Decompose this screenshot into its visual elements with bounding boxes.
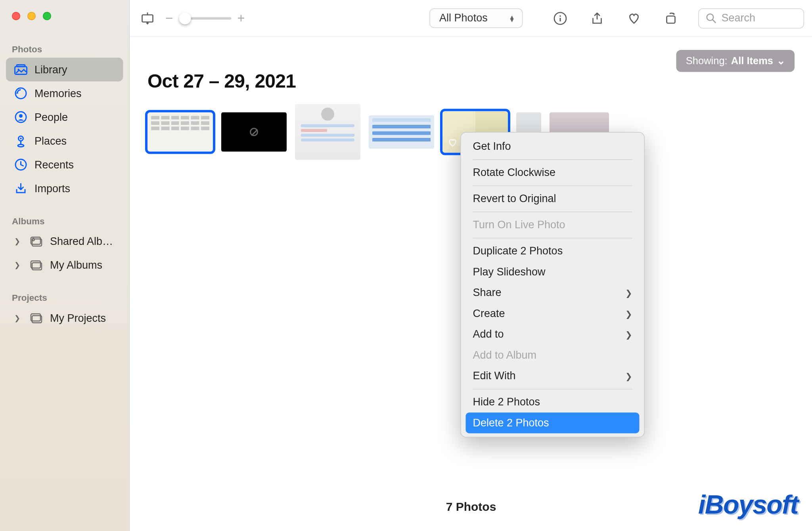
photo-thumbnail[interactable] [369,115,434,149]
toolbar: − + All Photos ▲▼ [130,0,812,37]
sidebar-item-imports[interactable]: Imports [6,177,123,201]
sidebar-item-recents[interactable]: Recents [6,153,123,177]
disclosure-icon[interactable]: ❯ [14,314,23,322]
search-icon [706,13,717,23]
chevron-updown-icon: ▲▼ [509,15,515,21]
sidebar-item-places[interactable]: Places [6,129,123,153]
sidebar-section-photos: Photos [0,20,129,58]
minimize-button[interactable] [27,12,36,20]
share-icon[interactable] [588,9,607,28]
slider-knob[interactable] [179,12,191,24]
ctx-separator [473,159,632,160]
sidebar-item-label: Imports [34,182,115,195]
svg-point-20 [559,15,561,17]
sidebar-item-label: My Projects [50,312,115,325]
ctx-revert-original[interactable]: Revert to Original [466,189,640,210]
ctx-separator [473,212,632,212]
svg-point-13 [32,239,34,241]
sidebar: Photos Library Memories People Places [0,0,130,531]
heart-icon[interactable] [624,9,643,28]
recents-icon [14,158,27,171]
sidebar-item-label: Shared Alb… [50,235,115,248]
chevron-right-icon: ❯ [625,288,632,298]
svg-point-8 [20,138,22,139]
chevron-down-icon: ⌄ [777,55,785,67]
places-icon [14,134,27,147]
chevron-right-icon: ❯ [625,309,632,318]
zoom-out-icon[interactable]: − [165,10,173,26]
watermark-text: Boysoft [705,490,798,519]
ctx-share[interactable]: Share❯ [466,283,640,304]
ctx-duplicate[interactable]: Duplicate 2 Photos [466,241,640,262]
svg-rect-18 [142,15,153,22]
svg-rect-1 [17,65,25,67]
info-icon[interactable] [551,9,570,28]
disclosure-icon[interactable]: ❯ [14,237,23,246]
sidebar-section-projects: Projects [0,277,129,306]
view-selector[interactable]: All Photos ▲▼ [429,8,523,28]
ctx-add-to[interactable]: Add to❯ [466,324,640,345]
svg-point-9 [18,145,24,147]
svg-rect-22 [667,16,675,23]
library-icon [14,63,27,76]
ctx-rotate-cw[interactable]: Rotate Clockwise [466,162,640,183]
chevron-right-icon: ❯ [625,371,632,381]
sidebar-item-label: Library [34,63,115,76]
photo-thumbnail[interactable] [295,104,360,160]
sidebar-item-label: Places [34,135,115,147]
fullscreen-button[interactable] [43,12,51,20]
sidebar-item-label: My Albums [50,259,115,271]
zoom-slider[interactable]: − + [165,10,245,26]
ctx-hide[interactable]: Hide 2 Photos [466,392,640,413]
sidebar-item-my-projects[interactable]: ❯ My Projects [6,306,123,330]
search-input[interactable]: Search [698,8,804,28]
sidebar-section-albums: Albums [0,201,129,230]
showing-prefix: Showing: [686,55,728,67]
aspect-icon[interactable] [138,9,157,28]
favorite-heart-icon [447,138,458,148]
context-menu: Get Info Rotate Clockwise Revert to Orig… [460,132,645,437]
ctx-separator [473,238,632,239]
watermark-logo: iBoysoft [698,490,798,520]
sidebar-item-label: Recents [34,159,115,171]
ctx-get-info[interactable]: Get Info [466,136,640,157]
svg-point-6 [19,114,23,118]
sidebar-item-label: Memories [34,87,115,100]
photo-thumbnail[interactable] [147,113,213,152]
sidebar-item-people[interactable]: People [6,105,123,129]
svg-rect-21 [560,17,561,21]
ctx-delete[interactable]: Delete 2 Photos [466,413,640,434]
ctx-separator [473,389,632,390]
showing-filter[interactable]: Showing: All Items ⌄ [676,50,795,72]
window-controls [0,0,129,20]
disclosure-icon[interactable]: ❯ [14,261,23,269]
sidebar-item-shared-albums[interactable]: ❯ Shared Alb… [6,229,123,253]
ctx-separator [473,185,632,186]
view-selector-label: All Photos [439,12,488,25]
memories-icon [14,87,27,100]
ctx-add-to-album: Add to Album [466,345,640,366]
ctx-create[interactable]: Create❯ [466,303,640,324]
ctx-play-slideshow[interactable]: Play Slideshow [466,262,640,283]
imports-icon [14,182,27,195]
slider-track[interactable] [179,17,231,19]
shared-albums-icon [30,235,43,248]
rotate-icon[interactable] [661,9,680,28]
ctx-edit-with[interactable]: Edit With❯ [466,366,640,387]
chevron-right-icon: ❯ [625,330,632,339]
photo-count: 7 Photos [446,500,496,514]
photo-thumbnail[interactable] [221,113,287,152]
sidebar-item-memories[interactable]: Memories [6,82,123,105]
sidebar-item-my-albums[interactable]: ❯ My Albums [6,253,123,277]
svg-marker-23 [673,12,675,15]
zoom-in-icon[interactable]: + [237,10,245,26]
showing-value: All Items [731,55,773,67]
ctx-live-photo: Turn On Live Photo [466,215,640,236]
date-header: Oct 27 – 29, 2021 [147,70,795,92]
search-placeholder: Search [722,12,756,25]
close-button[interactable] [12,12,20,20]
app-window: Photos Library Memories People Places [0,0,812,531]
sidebar-item-library[interactable]: Library [6,58,123,82]
toolbar-right: Search [551,8,804,28]
sidebar-item-label: People [34,111,115,124]
